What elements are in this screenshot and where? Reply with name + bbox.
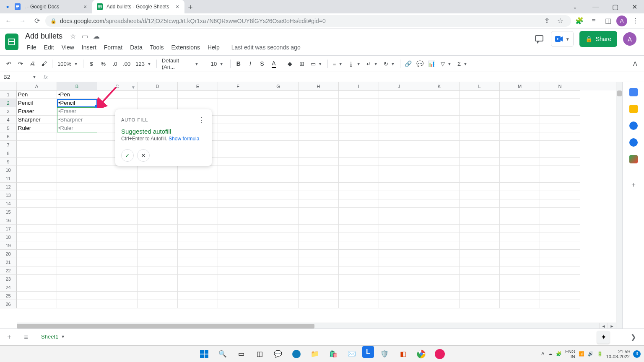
cell[interactable] [460,116,500,124]
cell[interactable] [299,258,339,266]
cell[interactable]: •Pencil [57,99,97,107]
cell[interactable] [258,199,299,208]
cell[interactable] [17,158,57,166]
cell[interactable] [218,124,258,132]
cell[interactable] [178,250,218,258]
cell[interactable] [419,124,460,132]
cell[interactable] [258,107,299,116]
edge-icon[interactable] [288,346,304,362]
tab-docs[interactable]: ● . - Google Docs × [0,0,92,13]
start-button[interactable] [196,346,212,362]
cell[interactable] [299,300,339,308]
cell[interactable] [379,208,419,216]
row-header[interactable]: 3 [0,107,17,116]
name-box[interactable]: B2▼ [0,72,40,82]
cell[interactable] [17,233,57,241]
cell[interactable] [299,124,339,132]
cell[interactable] [97,233,138,241]
column-header[interactable]: I [339,82,379,90]
cell[interactable] [419,300,460,308]
cell[interactable] [419,132,460,141]
cell[interactable] [299,266,339,275]
formula-input[interactable] [51,72,644,82]
row-header[interactable]: 9 [0,158,17,166]
cell[interactable] [299,233,339,241]
cell[interactable] [500,149,540,158]
clock[interactable]: 21:5910-03-2022 [606,349,630,359]
cell[interactable] [97,258,138,266]
row-header[interactable]: 19 [0,241,17,250]
cell[interactable] [258,258,299,266]
cell[interactable] [97,199,138,208]
cell[interactable] [17,292,57,300]
cell[interactable] [339,225,379,233]
cell[interactable] [258,275,299,283]
cell[interactable] [339,191,379,199]
cell[interactable] [299,292,339,300]
cell[interactable] [178,174,218,183]
cell[interactable] [379,116,419,124]
print-button[interactable]: 🖨 [27,58,38,70]
v-align-button[interactable]: ⭳▼ [346,58,363,70]
row-header[interactable]: 16 [0,216,17,225]
row-header[interactable]: 6 [0,132,17,141]
cell[interactable] [97,208,138,216]
cell[interactable] [379,258,419,266]
cell[interactable] [258,166,299,174]
cell[interactable] [299,241,339,250]
cell[interactable] [17,300,57,308]
cell[interactable] [138,275,178,283]
cell[interactable] [540,233,580,241]
side-panel-toggle[interactable]: ❯ [627,331,639,343]
row-header[interactable]: 22 [0,266,17,275]
scroll-right-button[interactable]: ► [608,323,616,328]
close-icon[interactable]: × [82,4,88,10]
tray-app-icon[interactable]: 🧩 [556,351,562,357]
cell[interactable] [500,90,540,99]
cell[interactable] [258,183,299,191]
cell[interactable] [460,158,500,166]
maximize-button[interactable]: ▢ [605,0,625,13]
cell[interactable] [97,300,138,308]
cell[interactable] [540,166,580,174]
cell[interactable] [419,191,460,199]
column-header[interactable]: B [57,82,97,90]
language-indicator[interactable]: ENGIN [565,349,575,359]
cell[interactable] [218,158,258,166]
row-header[interactable]: 23 [0,275,17,283]
percent-button[interactable]: % [98,58,109,70]
cell[interactable] [460,90,500,99]
cell[interactable] [339,116,379,124]
move-icon[interactable]: ▭ [81,33,88,40]
cell[interactable] [178,183,218,191]
cell[interactable] [178,225,218,233]
cell[interactable] [419,158,460,166]
cell[interactable] [379,99,419,107]
mail-icon[interactable]: ✉️ [344,346,360,362]
cell[interactable] [299,191,339,199]
cloud-icon[interactable]: ☁ [93,33,100,40]
vertical-scrollbar[interactable] [616,82,622,328]
cell[interactable] [339,199,379,208]
cell[interactable] [57,225,97,233]
cell[interactable] [57,250,97,258]
cell[interactable] [540,250,580,258]
cell[interactable] [460,107,500,116]
cell[interactable] [540,132,580,141]
cell[interactable] [57,258,97,266]
task-view-button[interactable]: ▭ [233,346,249,362]
row-header[interactable]: 1 [0,90,17,99]
cell[interactable] [339,241,379,250]
cell[interactable] [339,107,379,116]
cell[interactable] [419,250,460,258]
cell[interactable] [57,158,97,166]
cell[interactable] [460,250,500,258]
minimize-button[interactable]: — [586,0,605,13]
cell[interactable] [17,250,57,258]
wrap-button[interactable]: ↵▼ [364,58,380,70]
cell[interactable] [500,275,540,283]
cell[interactable] [218,275,258,283]
store-icon[interactable]: 🛍️ [325,346,341,362]
cell[interactable] [57,166,97,174]
decrease-decimal-button[interactable]: .0 [109,58,120,70]
